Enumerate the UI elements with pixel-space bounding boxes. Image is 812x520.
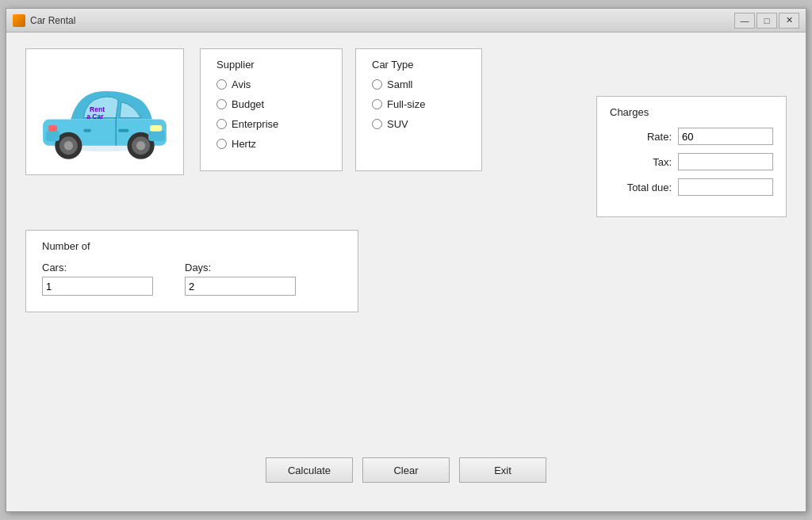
car-image: Rent a Car — [29, 52, 180, 171]
number-of-box: Number of Cars: Days: — [25, 230, 358, 312]
supplier-title: Supplier — [216, 59, 326, 71]
charges-title: Charges — [610, 106, 773, 118]
tax-input[interactable] — [678, 153, 773, 170]
window-content: Rent a Car Supplier Avis Budget — [6, 32, 806, 511]
days-field: Days: — [185, 262, 296, 296]
svg-point-11 — [136, 141, 145, 150]
days-label: Days: — [185, 262, 296, 273]
car-image-box: Rent a Car — [25, 48, 184, 175]
svg-rect-5 — [83, 129, 91, 132]
total-due-label: Total due: — [620, 182, 672, 193]
svg-rect-15 — [48, 125, 57, 132]
cartype-fullsize[interactable]: Full-size — [372, 98, 465, 110]
calculate-button[interactable]: Calculate — [266, 457, 353, 483]
supplier-avis-label: Avis — [232, 78, 251, 90]
car-type-title: Car Type — [372, 59, 465, 71]
cartype-small-label: Samll — [387, 78, 413, 90]
minimize-button[interactable]: — — [734, 13, 755, 29]
total-due-row: Total due: — [610, 178, 773, 196]
rate-label: Rate: — [620, 131, 672, 143]
supplier-budget-radio[interactable] — [216, 99, 227, 109]
charges-box: Charges Rate: Tax: Total due: — [596, 96, 787, 217]
rate-input[interactable] — [678, 128, 773, 145]
clear-button[interactable]: Clear — [362, 457, 450, 483]
number-row: Cars: Days: — [42, 262, 342, 296]
number-of-title: Number of — [42, 240, 342, 252]
window-title: Car Rental — [30, 15, 734, 26]
cartype-suv-radio[interactable] — [372, 119, 382, 129]
svg-rect-12 — [148, 131, 165, 141]
rate-row: Rate: — [610, 128, 773, 145]
car-type-group: Car Type Samll Full-size SUV — [355, 48, 482, 171]
svg-rect-13 — [46, 131, 59, 141]
cars-field: Cars: — [42, 262, 153, 296]
title-bar: Car Rental — □ ✕ — [6, 9, 806, 32]
maximize-button[interactable]: □ — [756, 13, 777, 29]
exit-button[interactable]: Exit — [459, 457, 546, 483]
cartype-fullsize-radio[interactable] — [372, 99, 382, 109]
main-window: Car Rental — □ ✕ — [6, 8, 806, 512]
supplier-avis[interactable]: Avis — [216, 78, 326, 90]
supplier-budget[interactable]: Budget — [216, 98, 326, 110]
cartype-fullsize-label: Full-size — [387, 98, 425, 110]
window-icon — [13, 14, 25, 27]
tax-label: Tax: — [620, 156, 672, 168]
svg-text:a Car: a Car — [86, 113, 104, 120]
tax-row: Tax: — [610, 153, 773, 170]
groups-section: Supplier Avis Budget Enterprise — [200, 48, 580, 171]
svg-rect-4 — [118, 129, 128, 132]
svg-point-8 — [64, 141, 73, 150]
supplier-enterprise-radio[interactable] — [216, 119, 227, 129]
svg-rect-14 — [150, 125, 162, 132]
total-due-input[interactable] — [678, 178, 773, 196]
buttons-row: Calculate Clear Exit — [25, 457, 787, 495]
cartype-small[interactable]: Samll — [372, 78, 465, 90]
supplier-budget-label: Budget — [232, 98, 264, 110]
cars-label: Cars: — [42, 262, 153, 273]
cars-input[interactable] — [42, 277, 153, 296]
cartype-small-radio[interactable] — [372, 79, 382, 90]
supplier-enterprise[interactable]: Enterprise — [216, 118, 326, 130]
supplier-hertz-label: Hertz — [232, 138, 256, 150]
title-bar-buttons: — □ ✕ — [734, 13, 799, 29]
top-section: Rent a Car Supplier Avis Budget — [25, 48, 787, 217]
cartype-suv[interactable]: SUV — [372, 118, 465, 130]
supplier-hertz-radio[interactable] — [216, 139, 227, 149]
supplier-group: Supplier Avis Budget Enterprise — [200, 48, 343, 171]
days-input[interactable] — [185, 277, 296, 296]
supplier-hertz[interactable]: Hertz — [216, 138, 326, 150]
middle-section: Number of Cars: Days: — [25, 230, 787, 312]
cartype-suv-label: SUV — [387, 118, 408, 130]
close-button[interactable]: ✕ — [779, 13, 799, 29]
supplier-avis-radio[interactable] — [216, 79, 227, 90]
supplier-enterprise-label: Enterprise — [232, 118, 278, 130]
